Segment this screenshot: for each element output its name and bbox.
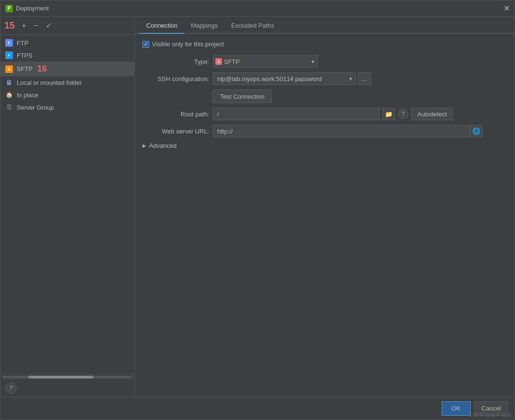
sidebar-item-local[interactable]: 🖥 Local or mounted folder <box>0 76 134 89</box>
advanced-label: Advanced <box>149 142 177 149</box>
checkmark-icon: ✓ <box>144 41 148 47</box>
root-path-help-button[interactable]: ? <box>398 109 408 119</box>
sidebar-item-label: FTPS <box>17 52 32 59</box>
type-dropdown-arrow: ▼ <box>311 59 315 64</box>
sidebar: 15 + − ✓ F FTP F FTPS S <box>0 17 135 397</box>
root-path-input[interactable] <box>213 108 380 120</box>
sidebar-item-label: FTP <box>17 40 29 47</box>
root-path-controls: 📁 ? Autodetect <box>213 108 453 120</box>
sidebar-help-row: ? <box>0 379 134 397</box>
globe-button[interactable]: 🌐 <box>470 125 483 137</box>
dialog-title: Deployment <box>16 5 49 12</box>
sidebar-item-label: SFTP <box>17 65 32 72</box>
type-value: SFTP <box>224 58 240 65</box>
scrollbar-thumb <box>29 376 94 379</box>
main-panel: Connection Mappings Excluded Paths ✓ Vis… <box>135 17 515 397</box>
ssh-select-wrapper[interactable]: nlp@lab.myvps.work:50114 password ▼ <box>213 72 356 85</box>
advanced-expand-arrow: ▶ <box>142 143 146 148</box>
deployment-dialog: P Deployment ✕ 15 + − ✓ F FTP <box>0 0 515 420</box>
sftp-type-icon: S <box>215 58 222 65</box>
test-connection-wrapper: Test Connection <box>142 90 507 108</box>
sidebar-item-ftp[interactable]: F FTP <box>0 37 134 49</box>
remove-server-button[interactable]: − <box>31 20 41 31</box>
sidebar-toolbar: 15 + − ✓ <box>0 17 134 35</box>
web-url-controls: 🌐 <box>213 125 483 137</box>
badge-number: 15 <box>4 20 15 31</box>
sidebar-item-label: Server Group <box>17 104 54 111</box>
root-path-row: Root path: 📁 ? Autodetect <box>142 108 507 120</box>
type-select-wrapper[interactable]: S SFTP ▼ <box>213 55 318 68</box>
tab-mappings[interactable]: Mappings <box>184 19 224 34</box>
type-row: Type: S SFTP ▼ <box>142 55 507 68</box>
web-url-row: Web server URL: 🌐 <box>142 125 507 137</box>
ssh-edit-button[interactable]: ... <box>358 72 371 85</box>
bottom-bar: OK Cancel <box>0 397 515 420</box>
sidebar-item-label: In place <box>17 92 39 99</box>
close-button[interactable]: ✕ <box>504 5 510 12</box>
app-icon: P <box>5 5 13 12</box>
sftp-icon: S <box>5 65 13 73</box>
add-server-button[interactable]: + <box>19 20 29 31</box>
visible-checkbox[interactable]: ✓ <box>142 41 149 48</box>
home-icon: 🏠 <box>5 91 13 99</box>
sidebar-help-button[interactable]: ? <box>5 382 17 394</box>
ftp-icon: F <box>5 39 13 47</box>
tab-excluded-paths[interactable]: Excluded Paths <box>224 19 281 34</box>
sidebar-item-inplace[interactable]: 🏠 In place <box>0 89 134 101</box>
folder-icon: 🖥 <box>5 79 13 86</box>
web-url-input[interactable] <box>213 125 470 137</box>
ssh-label: SSH configuration: <box>142 75 209 82</box>
web-url-label: Web server URL: <box>142 128 209 135</box>
ssh-row: SSH configuration: nlp@lab.myvps.work:50… <box>142 72 507 85</box>
autodetect-button[interactable]: Autodetect <box>411 108 453 120</box>
sftp-badge: 16 <box>37 64 47 74</box>
sidebar-list: F FTP F FTPS S SFTP 16 🖥 Local or moun <box>0 35 134 374</box>
form-area: ✓ Visible only for this project Type: S … <box>135 34 515 397</box>
watermark: CSDN @ac不知深 <box>466 410 515 420</box>
visible-checkbox-label: Visible only for this project <box>152 41 224 48</box>
ssh-controls: nlp@lab.myvps.work:50114 password ▼ ... <box>213 72 371 85</box>
confirm-button[interactable]: ✓ <box>43 20 54 31</box>
sidebar-item-label: Local or mounted folder <box>17 79 82 86</box>
sidebar-item-ftps[interactable]: F FTPS <box>0 49 134 61</box>
tab-connection[interactable]: Connection <box>140 19 184 34</box>
sidebar-scrollbar[interactable] <box>0 374 134 379</box>
sidebar-item-servergroup[interactable]: ☰ Server Group <box>0 101 134 113</box>
tab-bar: Connection Mappings Excluded Paths <box>135 17 515 34</box>
ssh-select[interactable]: nlp@lab.myvps.work:50114 password <box>213 72 356 85</box>
type-label: Type: <box>142 58 209 65</box>
visible-checkbox-row: ✓ Visible only for this project <box>142 41 507 48</box>
title-bar: P Deployment ✕ <box>0 0 515 17</box>
sidebar-item-sftp[interactable]: S SFTP 16 <box>0 61 134 76</box>
test-connection-button[interactable]: Test Connection <box>213 90 272 103</box>
ftps-icon: F <box>5 51 13 59</box>
globe-icon: 🌐 <box>472 127 480 135</box>
root-path-label: Root path: <box>142 111 209 118</box>
server-group-icon: ☰ <box>5 103 13 111</box>
title-bar-left: P Deployment <box>5 5 49 12</box>
content-area: 15 + − ✓ F FTP F FTPS S <box>0 17 515 397</box>
advanced-row[interactable]: ▶ Advanced <box>142 142 507 149</box>
scrollbar-track <box>2 376 132 379</box>
browse-button[interactable]: 📁 <box>383 108 395 120</box>
